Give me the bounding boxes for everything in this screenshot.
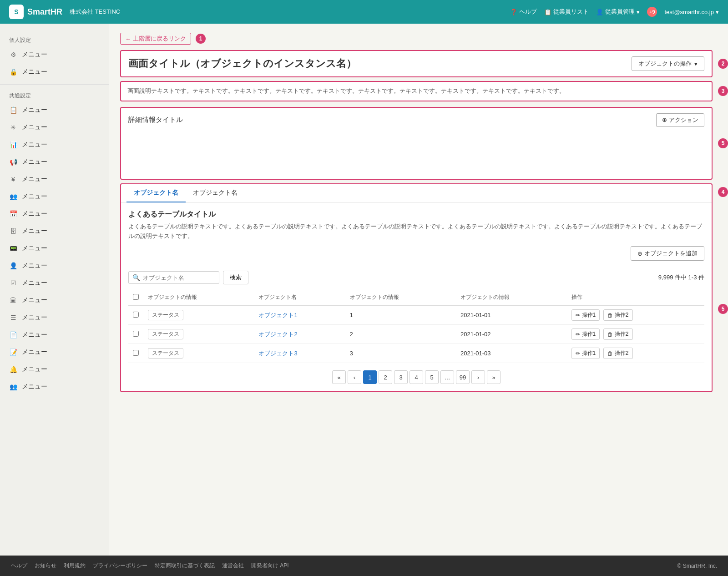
sidebar-item-14[interactable]: ☰ メニュー bbox=[0, 309, 109, 326]
tab-1[interactable]: オブジェクト名 bbox=[186, 184, 245, 202]
row-0-checkbox bbox=[128, 305, 143, 325]
sidebar-item-label-8: メニュー bbox=[22, 210, 47, 218]
description-box: 画面説明テキストです。テキストです。テキストです。テキストです。テキストです。テ… bbox=[120, 81, 713, 101]
sidebar-item-12[interactable]: ☑ メニュー bbox=[0, 274, 109, 292]
page-2-button[interactable]: 2 bbox=[379, 370, 392, 384]
row-1-status: ステータス bbox=[143, 325, 254, 344]
sidebar-item-11[interactable]: 👤 メニュー bbox=[0, 257, 109, 274]
arrow-left-icon: ← bbox=[125, 35, 131, 42]
page-3-button[interactable]: 3 bbox=[394, 370, 408, 384]
sidebar-item-17[interactable]: 🔔 メニュー bbox=[0, 361, 109, 378]
sidebar: 個人設定 ⚙ メニュー 🔒 メニュー 共通設定 📋 メニュー ✳ メニュー 📊 … bbox=[0, 24, 109, 556]
row-0-link[interactable]: オブジェクト1 bbox=[258, 312, 297, 318]
sidebar-item-18[interactable]: 👥 メニュー bbox=[0, 378, 109, 395]
row-2-op1-button[interactable]: ✏ 操作1 bbox=[571, 348, 600, 359]
col-info3: オブジェクトの情報 bbox=[456, 290, 566, 305]
sidebar-item-10[interactable]: 📟 メニュー bbox=[0, 240, 109, 257]
row-1-link[interactable]: オブジェクト2 bbox=[258, 331, 297, 338]
col-info2: オブジェクトの情報 bbox=[345, 290, 456, 305]
search-icon: 🔍 bbox=[132, 274, 140, 281]
notification-badge[interactable]: +9 bbox=[647, 7, 657, 17]
sidebar-item-4[interactable]: 📊 メニュー bbox=[0, 136, 109, 153]
search-input[interactable] bbox=[143, 274, 215, 281]
sidebar-item-1[interactable]: 🔒 メニュー bbox=[0, 63, 109, 81]
row-2-select[interactable] bbox=[133, 350, 139, 356]
footer-company-link[interactable]: 運営会社 bbox=[222, 562, 244, 570]
row-2-link[interactable]: オブジェクト3 bbox=[258, 350, 297, 357]
row-1-select[interactable] bbox=[133, 331, 139, 337]
sidebar-item-9[interactable]: 🗄 メニュー bbox=[0, 222, 109, 240]
detail-box-header: 詳細情報タイトル ⊕ アクション bbox=[128, 113, 704, 127]
table-section: よくあるテーブルタイトル よくあるテーブルの説明テキストです。よくあるテーブルの… bbox=[121, 202, 712, 392]
object-action-button[interactable]: オブジェクトの操作 ▾ bbox=[632, 56, 704, 71]
sidebar-item-16[interactable]: 📝 メニュー bbox=[0, 344, 109, 361]
employee-mgmt-link[interactable]: 👤 従業員管理 ▾ bbox=[596, 8, 640, 16]
sidebar-item-0[interactable]: ⚙ メニュー bbox=[0, 46, 109, 63]
header-nav: ❓ ヘルプ 📋 従業員リスト 👤 従業員管理 ▾ +9 test@smarthr… bbox=[510, 7, 719, 17]
company-name: 株式会社 TESTINC bbox=[70, 8, 120, 16]
header: S SmartHR 株式会社 TESTINC ❓ ヘルプ 📋 従業員リスト 👤 … bbox=[0, 0, 728, 24]
row-2-name: オブジェクト3 bbox=[254, 344, 345, 363]
calendar-icon: 📅 bbox=[9, 210, 17, 218]
user-chevron-icon: ▾ bbox=[716, 9, 719, 15]
result-count: 9,999 件中 1-3 件 bbox=[658, 273, 704, 282]
step-badge-5a: 5 bbox=[718, 138, 728, 148]
sidebar-section-personal: 個人設定 bbox=[0, 33, 109, 46]
bell-icon: 🔔 bbox=[9, 365, 17, 374]
page-first-button[interactable]: « bbox=[332, 370, 346, 384]
page-prev-button[interactable]: ‹ bbox=[348, 370, 361, 384]
row-2-op2-button[interactable]: 🗑 操作2 bbox=[603, 348, 633, 359]
chevron-down-icon: ▾ bbox=[694, 61, 698, 67]
search-button[interactable]: 検索 bbox=[223, 271, 248, 284]
employee-mgmt-icon: 👤 bbox=[596, 9, 603, 15]
sidebar-item-8[interactable]: 📅 メニュー bbox=[0, 205, 109, 222]
step-badge-2: 2 bbox=[718, 59, 728, 69]
footer-news-link[interactable]: お知らせ bbox=[35, 562, 56, 570]
footer-help-link[interactable]: ヘルプ bbox=[11, 562, 27, 570]
row-0-op1-button[interactable]: ✏ 操作1 bbox=[571, 309, 600, 321]
footer-terms-link[interactable]: 利用規約 bbox=[64, 562, 86, 570]
row-1-op2-button[interactable]: 🗑 操作2 bbox=[603, 328, 633, 340]
breadcrumb-link[interactable]: ← 上階層に戻るリンク bbox=[120, 33, 191, 45]
sidebar-item-15[interactable]: 📄 メニュー bbox=[0, 326, 109, 344]
add-object-button[interactable]: ⊕ オブジェクトを追加 bbox=[631, 246, 704, 261]
page-1-button[interactable]: 1 bbox=[363, 370, 377, 384]
employee-list-icon: 📋 bbox=[544, 9, 551, 15]
row-1-op1-button[interactable]: ✏ 操作1 bbox=[571, 328, 600, 340]
sidebar-item-2[interactable]: 📋 メニュー bbox=[0, 101, 109, 119]
chevron-down-icon: ▾ bbox=[637, 9, 640, 15]
row-2-info1: 3 bbox=[345, 344, 456, 363]
sidebar-item-7[interactable]: 👥 メニュー bbox=[0, 188, 109, 205]
select-all-checkbox[interactable] bbox=[133, 294, 139, 300]
row-2-checkbox bbox=[128, 344, 143, 363]
action-button[interactable]: ⊕ アクション bbox=[656, 113, 704, 127]
page-99-button[interactable]: 99 bbox=[456, 370, 470, 384]
row-1-info2: 2021-01-02 bbox=[456, 325, 566, 344]
data-table: オブジェクトの情報 オブジェクト名 オブジェクトの情報 オブジェクトの情報 操作 bbox=[128, 290, 704, 363]
sidebar-item-5[interactable]: 📢 メニュー bbox=[0, 153, 109, 171]
footer-privacy-link[interactable]: プライバシーポリシー bbox=[93, 562, 147, 570]
page-ellipsis: … bbox=[440, 370, 454, 384]
employee-list-link[interactable]: 📋 従業員リスト bbox=[544, 8, 589, 16]
sidebar-item-13[interactable]: 🏛 メニュー bbox=[0, 292, 109, 309]
tabs-row: オブジェクト名 オブジェクト名 よくあるテーブルタイトル よくあるテーブルの説明… bbox=[120, 183, 713, 393]
row-0-select[interactable] bbox=[133, 312, 139, 318]
page-5-button[interactable]: 5 bbox=[425, 370, 439, 384]
sidebar-item-6[interactable]: ¥ メニュー bbox=[0, 171, 109, 188]
tab-0[interactable]: オブジェクト名 bbox=[126, 184, 186, 202]
content-inner: ← 上階層に戻るリンク 1 画面タイトル（オブジェクトのインスタンス名） オブジ… bbox=[120, 33, 717, 392]
footer-commerce-link[interactable]: 特定商取引に基づく表記 bbox=[155, 562, 215, 570]
row-0-op2-button[interactable]: 🗑 操作2 bbox=[603, 309, 633, 321]
user-email[interactable]: test@smarthr.co.jp ▾ bbox=[664, 9, 719, 15]
footer-api-link[interactable]: 開発者向け API bbox=[251, 562, 289, 570]
group-icon: 👥 bbox=[9, 383, 17, 391]
page-next-button[interactable]: › bbox=[471, 370, 485, 384]
page-title-row: 画面タイトル（オブジェクトのインスタンス名） オブジェクトの操作 ▾ 2 bbox=[120, 50, 713, 77]
file-icon: 📄 bbox=[9, 331, 17, 339]
help-link[interactable]: ❓ ヘルプ bbox=[510, 8, 537, 16]
page-4-button[interactable]: 4 bbox=[410, 370, 423, 384]
sidebar-item-3[interactable]: ✳ メニュー bbox=[0, 119, 109, 136]
logo-text: SmartHR bbox=[27, 7, 62, 17]
col-operations: 操作 bbox=[567, 290, 704, 305]
page-last-button[interactable]: » bbox=[487, 370, 500, 384]
